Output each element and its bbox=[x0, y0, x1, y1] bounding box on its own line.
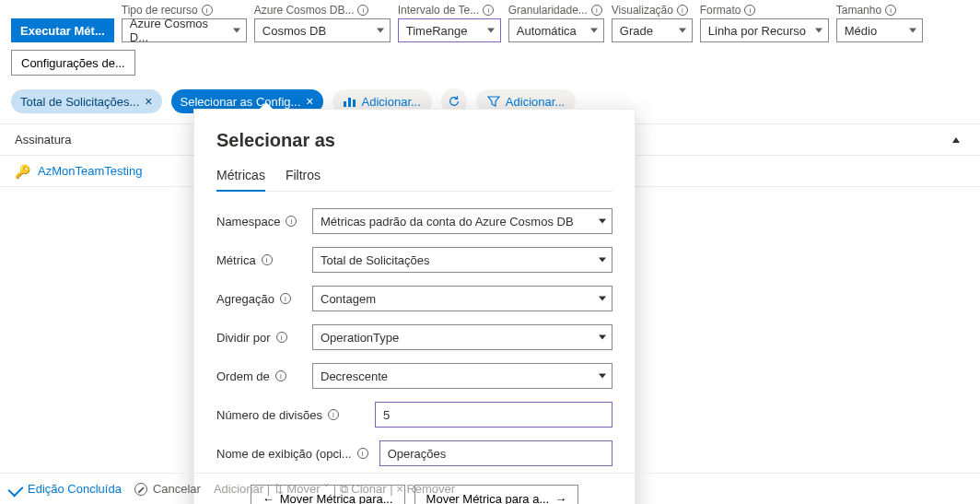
info-icon: i bbox=[328, 409, 339, 420]
bar-chart-icon bbox=[344, 96, 356, 107]
info-icon: i bbox=[483, 5, 494, 16]
param-label: Tamanho bbox=[836, 4, 881, 17]
param-label: Intervalo de Te... bbox=[398, 4, 480, 17]
info-icon: i bbox=[202, 5, 213, 16]
time-range-dropdown[interactable]: TimeRange bbox=[398, 18, 501, 42]
svg-rect-1 bbox=[348, 98, 351, 107]
cosmos-scope-dropdown[interactable]: Cosmos DB bbox=[254, 18, 391, 42]
info-icon: i bbox=[357, 5, 368, 16]
info-icon: i bbox=[677, 5, 688, 16]
chevron-down-icon bbox=[599, 219, 606, 224]
granularity-dropdown[interactable]: Automática bbox=[508, 18, 604, 42]
secondary-toolbar: Configurações de... bbox=[0, 42, 980, 83]
info-icon: i bbox=[276, 332, 287, 343]
field-split-limit: Número de divisões i bbox=[216, 402, 612, 428]
check-icon bbox=[8, 481, 24, 497]
svg-rect-2 bbox=[353, 100, 356, 107]
resource-type-dropdown[interactable]: Azure Cosmos D... bbox=[122, 18, 247, 42]
info-icon: i bbox=[262, 254, 273, 265]
refresh-icon bbox=[448, 95, 461, 108]
chevron-down-icon bbox=[599, 258, 606, 263]
param-label: Formato bbox=[700, 4, 741, 17]
chevron-down-icon bbox=[909, 29, 916, 33]
info-icon: i bbox=[357, 448, 368, 459]
display-name-input[interactable] bbox=[379, 440, 612, 466]
param-label: Granularidade... bbox=[508, 4, 588, 17]
done-editing-button[interactable]: Edição Concluída bbox=[9, 482, 122, 496]
param-label: Azure Cosmos DB... bbox=[254, 4, 355, 17]
aggregation-select[interactable]: Contagem bbox=[312, 286, 612, 311]
split-limit-input[interactable] bbox=[375, 402, 612, 428]
namespace-select[interactable]: Métricas padrão da conta do Azure Cosmos… bbox=[312, 208, 612, 234]
visualization-dropdown[interactable]: Grade bbox=[612, 18, 693, 42]
field-display-name: Nome de exibição (opci... i bbox=[216, 440, 612, 466]
run-metrics-button[interactable]: Executar Mét... bbox=[11, 18, 114, 42]
field-split-by: Dividir por i OperationType bbox=[216, 324, 612, 350]
cancel-icon bbox=[134, 483, 147, 496]
param-format: Formato i Linha por Recurso bbox=[700, 4, 829, 42]
metric-config-popover: Selecionar as Métricas Filtros Namespace… bbox=[193, 109, 636, 504]
metric-select[interactable]: Total de Solicitações bbox=[312, 247, 612, 273]
chevron-down-icon bbox=[679, 29, 686, 33]
close-icon[interactable]: × bbox=[145, 95, 152, 108]
sort-asc-icon bbox=[952, 137, 960, 143]
metric-pill-total-requests[interactable]: Total de Solicitações... × bbox=[11, 89, 162, 113]
param-visualization: Visualização i Grade bbox=[612, 4, 693, 42]
info-icon: i bbox=[275, 370, 286, 381]
chevron-down-icon bbox=[377, 29, 384, 33]
info-icon: i bbox=[744, 5, 755, 16]
param-label: Visualização bbox=[612, 4, 673, 17]
settings-button[interactable]: Configurações de... bbox=[11, 50, 135, 76]
top-params: Executar Mét... Tipo de recurso i Azure … bbox=[0, 0, 980, 42]
field-aggregation: Agregação i Contagem bbox=[216, 286, 612, 311]
split-by-select[interactable]: OperationType bbox=[312, 324, 612, 350]
param-size: Tamanho i Médio bbox=[836, 4, 923, 42]
funnel-icon bbox=[487, 96, 500, 107]
chevron-down-icon bbox=[599, 297, 606, 301]
chevron-down-icon bbox=[599, 335, 606, 340]
field-order: Ordem de i Decrescente bbox=[216, 363, 612, 389]
svg-rect-0 bbox=[344, 101, 346, 107]
chevron-down-icon bbox=[599, 374, 606, 379]
param-resource-type: Tipo de recurso i Azure Cosmos D... bbox=[122, 4, 247, 42]
info-icon: i bbox=[280, 293, 291, 304]
param-time-range: Intervalo de Te... i TimeRange bbox=[398, 4, 501, 42]
tab-metrics[interactable]: Métricas bbox=[216, 164, 265, 192]
field-metric: Métrica i Total de Solicitações bbox=[216, 247, 612, 273]
size-dropdown[interactable]: Médio bbox=[836, 18, 923, 42]
chevron-down-icon bbox=[233, 29, 240, 33]
popover-tabs: Métricas Filtros bbox=[216, 164, 612, 192]
close-icon[interactable]: × bbox=[306, 95, 313, 108]
chevron-down-icon bbox=[590, 29, 598, 33]
cancel-button[interactable]: Cancelar bbox=[134, 482, 201, 496]
param-label: Tipo de recurso bbox=[122, 4, 198, 17]
info-icon: i bbox=[286, 216, 297, 227]
disabled-actions: Adicionar | ⇅ Mover ˅ | ⧉ Clonar | × Rem… bbox=[214, 482, 455, 497]
order-select[interactable]: Decrescente bbox=[312, 363, 612, 389]
chevron-down-icon bbox=[815, 29, 822, 33]
info-icon: i bbox=[591, 5, 602, 16]
field-namespace: Namespace i Métricas padrão da conta do … bbox=[216, 208, 612, 234]
popover-title: Selecionar as bbox=[216, 130, 612, 151]
param-granularity: Granularidade... i Automática bbox=[508, 4, 604, 42]
chevron-down-icon bbox=[487, 29, 495, 33]
info-icon: i bbox=[885, 5, 896, 16]
format-dropdown[interactable]: Linha por Recurso bbox=[700, 18, 829, 42]
tab-filters[interactable]: Filtros bbox=[286, 164, 321, 191]
key-icon: 🔑 bbox=[15, 164, 30, 179]
param-cosmos-scope: Azure Cosmos DB... i Cosmos DB bbox=[254, 4, 391, 42]
bottom-toolbar: Edição Concluída Cancelar Adicionar | ⇅ … bbox=[0, 473, 980, 504]
